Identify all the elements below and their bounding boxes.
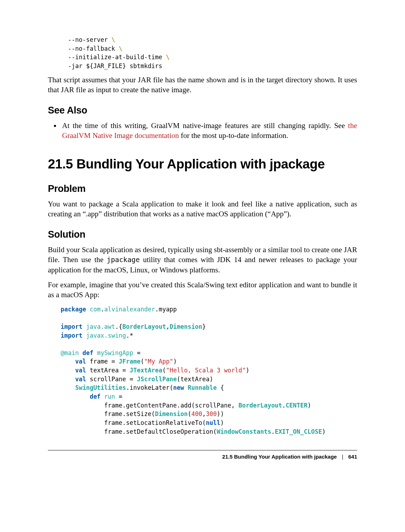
heading-recipe: 21.5 Bundling Your Application with jpac… bbox=[48, 155, 357, 173]
page-number: 641 bbox=[348, 454, 357, 460]
text: for the most up-to-date information. bbox=[179, 131, 288, 140]
shell-code-block: --no-server \ --no-fallback \ --initiali… bbox=[61, 35, 357, 71]
inline-code: jpackage bbox=[107, 256, 140, 264]
paragraph: That script assumes that your JAR file h… bbox=[48, 75, 357, 95]
paragraph: Build your Scala application as desired,… bbox=[48, 245, 357, 275]
see-also-list: At the time of this writing, GraalVM nat… bbox=[61, 121, 357, 141]
footer-title: 21.5 Bundling Your Application with jpac… bbox=[222, 454, 337, 460]
heading-problem: Problem bbox=[48, 182, 357, 195]
list-item: At the time of this writing, GraalVM nat… bbox=[61, 121, 357, 141]
heading-see-also: See Also bbox=[48, 104, 357, 117]
page-footer: 21.5 Bundling Your Application with jpac… bbox=[48, 450, 357, 460]
heading-solution: Solution bbox=[48, 228, 357, 241]
scala-code-block: package com.alvinalexander.myapp import … bbox=[61, 305, 357, 436]
paragraph: You want to package a Scala application … bbox=[48, 199, 357, 219]
paragraph: For example, imagine that you’ve created… bbox=[48, 280, 357, 300]
footer-separator: | bbox=[342, 454, 343, 460]
text: At the time of this writing, GraalVM nat… bbox=[62, 121, 348, 130]
